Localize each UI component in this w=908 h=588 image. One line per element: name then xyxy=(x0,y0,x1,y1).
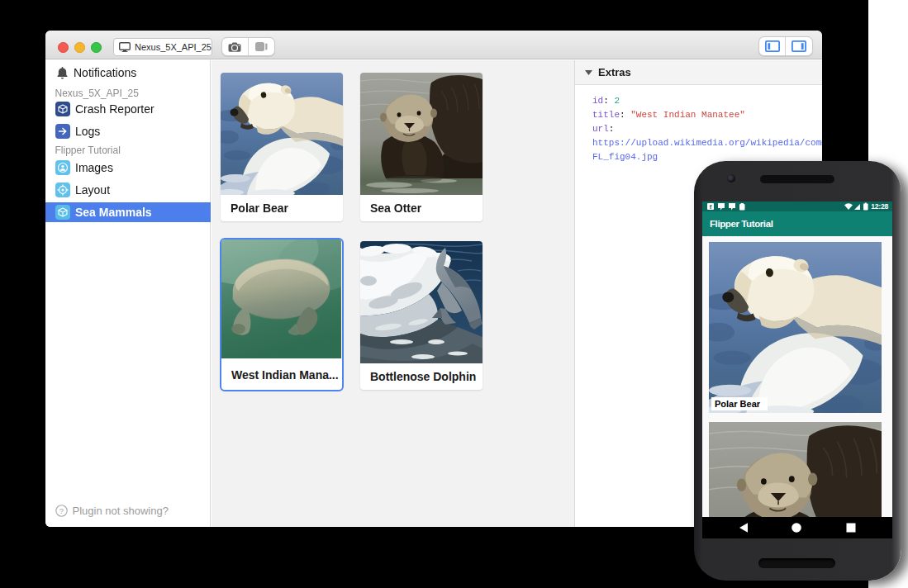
svg-text:?: ? xyxy=(59,506,63,515)
